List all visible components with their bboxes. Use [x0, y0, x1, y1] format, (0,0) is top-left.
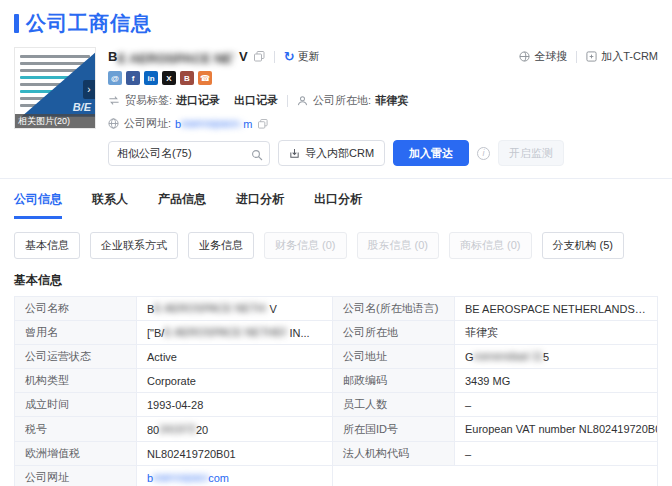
refresh-icon: ↻ — [284, 50, 295, 63]
field-label: 税号 — [15, 417, 137, 442]
join-tcrm-button[interactable]: 加入T-CRM — [586, 49, 658, 64]
location-label: 公司所在地: — [313, 93, 371, 108]
logo-text: B/E — [73, 101, 91, 113]
refresh-label: 更新 — [298, 49, 320, 64]
company-name: BE AEROSPACE NETHERLANDS B V — [108, 49, 248, 64]
divider — [274, 51, 275, 63]
pill-basic-info[interactable]: 基本信息 — [14, 232, 80, 259]
similar-search-icon[interactable] — [251, 147, 263, 165]
import-records-link[interactable]: 进口记录 — [176, 93, 220, 108]
company-website-link[interactable]: beaerospace.com — [175, 117, 252, 130]
pill-contact-methods[interactable]: 企业联系方式 — [90, 232, 178, 259]
copy-company-name-icon[interactable] — [254, 51, 265, 62]
field-label: 公司名称 — [15, 297, 137, 321]
redacted-text: E AEROSPACE NETHERLANDS B.V. B/E AEROSPA… — [164, 326, 286, 339]
company-name-redacted: E AEROSPACE NETHERLANDS B — [117, 51, 235, 64]
field-label: 法人机构代码 — [333, 442, 455, 466]
social-icons: @ f in X B ☎ — [108, 71, 658, 85]
x-icon[interactable]: X — [162, 71, 176, 85]
import-icon — [289, 148, 300, 159]
trade-tags-icon — [108, 95, 120, 106]
field-label: 邮政编码 — [333, 369, 455, 393]
company-summary: BE AEROSPACE NETHERLANDS B V ↻ 更新 全球搜 — [108, 47, 658, 131]
website-globe-icon — [108, 118, 119, 129]
trade-meta-row: 贸易标签: 进口记录 出口记录 公司所在地: 菲律宾 — [108, 93, 658, 108]
blog-icon[interactable]: B — [180, 71, 194, 85]
pill-trademark-info: 商标信息 (0) — [449, 232, 532, 259]
header-links: 全球搜 加入T-CRM — [519, 49, 658, 64]
field-label: 公司所在地 — [333, 321, 455, 345]
website-redacted: eaerospace.co — [181, 117, 243, 130]
pill-branches[interactable]: 分支机构 (5) — [542, 232, 625, 259]
field-value: Groenendaal 115 — [455, 345, 658, 369]
field-label: 公司名(所在地语言) — [333, 297, 455, 321]
info-icon[interactable]: i — [477, 147, 490, 160]
field-label: 所在国ID号 — [333, 417, 455, 442]
field-value: – — [455, 393, 658, 417]
website-label: 公司网址: — [124, 116, 171, 131]
import-crm-button[interactable]: 导入内部CRM — [278, 140, 385, 166]
tcrm-icon — [586, 51, 597, 62]
tab-import-analysis[interactable]: 进口分析 — [236, 191, 284, 219]
pill-shareholder-info: 股东信息 (0) — [357, 232, 440, 259]
field-value: NL802419720B01 — [137, 442, 333, 466]
web-icon[interactable]: @ — [108, 71, 122, 85]
export-records-link[interactable]: 出口记录 — [234, 93, 278, 108]
pill-business-info[interactable]: 业务信息 — [188, 232, 254, 259]
table-row: 税号 8024197220 所在国ID号 European VAT number… — [15, 417, 658, 442]
tab-company-info[interactable]: 公司信息 — [14, 191, 62, 219]
basic-info-heading: 基本信息 — [14, 272, 658, 289]
sub-section-pills: 基本信息 企业联系方式 业务信息 财务信息 (0) 股东信息 (0) 商标信息 … — [14, 220, 658, 259]
action-bar: 导入内部CRM 加入雷达 i 开启监测 — [108, 140, 658, 166]
field-value: ["B/E AEROSPACE NETHERLANDS B.V. B/E AER… — [137, 321, 333, 345]
pill-finance-info: 财务信息 (0) — [264, 232, 347, 259]
tab-products[interactable]: 产品信息 — [158, 191, 206, 219]
field-value: Active — [137, 345, 333, 369]
tab-export-analysis[interactable]: 出口分析 — [314, 191, 362, 219]
field-value: BE AEROSPACE NETHERLANDS B V — [137, 297, 333, 321]
redacted-text: eaerospace. — [153, 471, 208, 484]
field-label: 曾用名 — [15, 321, 137, 345]
redacted-text: E AEROSPACE NETHERLANDS B — [154, 302, 266, 315]
table-row: 机构类型 Corporate 邮政编码 3439 MG — [15, 369, 658, 393]
linkedin-icon[interactable]: in — [144, 71, 158, 85]
refresh-button[interactable]: ↻ 更新 — [284, 49, 320, 64]
table-row: 公司名称 BE AEROSPACE NETHERLANDS B V 公司名(所在… — [15, 297, 658, 321]
page: 公司工商信息 B/E › 相关图片(20) BE AEROSPACE NETHE… — [0, 0, 672, 486]
location-person-icon — [297, 95, 308, 106]
website-row: 公司网址: beaerospace.com — [108, 116, 658, 131]
company-logo-thumbnail[interactable]: B/E › 相关图片(20) — [14, 47, 96, 129]
join-radar-button[interactable]: 加入雷达 — [393, 140, 469, 166]
redacted-text: roenendaal 11 — [474, 350, 544, 363]
field-label: 公司网址 — [15, 466, 137, 486]
tab-contacts[interactable]: 联系人 — [92, 191, 128, 219]
similar-company-field-wrap — [108, 141, 270, 166]
company-header: B/E › 相关图片(20) BE AEROSPACE NETHERLANDS … — [14, 47, 658, 131]
field-value: 1993-04-28 — [137, 393, 333, 417]
field-value: beaerospace.com — [137, 466, 333, 486]
table-row: 公司网址 beaerospace.com — [15, 466, 658, 486]
main-tabs: 公司信息 联系人 产品信息 进口分析 出口分析 — [14, 179, 658, 219]
page-title: 公司工商信息 — [26, 10, 152, 37]
field-label: 成立时间 — [15, 393, 137, 417]
next-image-arrow-icon[interactable]: › — [83, 80, 95, 99]
field-label: 欧洲增值税 — [15, 442, 137, 466]
trade-tags-label: 贸易标签: — [125, 93, 172, 108]
field-value: – — [455, 442, 658, 466]
similar-company-input[interactable] — [108, 141, 270, 166]
company-website-link[interactable]: beaerospace.com — [147, 472, 229, 484]
field-label: 员工人数 — [333, 393, 455, 417]
table-row: 曾用名 ["B/E AEROSPACE NETHERLANDS B.V. B/E… — [15, 321, 658, 345]
title-accent-bar — [14, 14, 19, 33]
global-search-button[interactable]: 全球搜 — [519, 49, 567, 64]
related-images-caption[interactable]: 相关图片(20) — [15, 114, 95, 128]
divider — [287, 95, 288, 107]
facebook-icon[interactable]: f — [126, 71, 140, 85]
field-value: European VAT number NL802419720B01 更多5 — [455, 417, 658, 442]
copy-website-icon[interactable] — [258, 119, 268, 129]
globe-icon — [519, 51, 530, 62]
field-label: 公司地址 — [333, 345, 455, 369]
phone-icon[interactable]: ☎ — [198, 71, 212, 85]
field-value: Corporate — [137, 369, 333, 393]
divider — [576, 51, 577, 63]
